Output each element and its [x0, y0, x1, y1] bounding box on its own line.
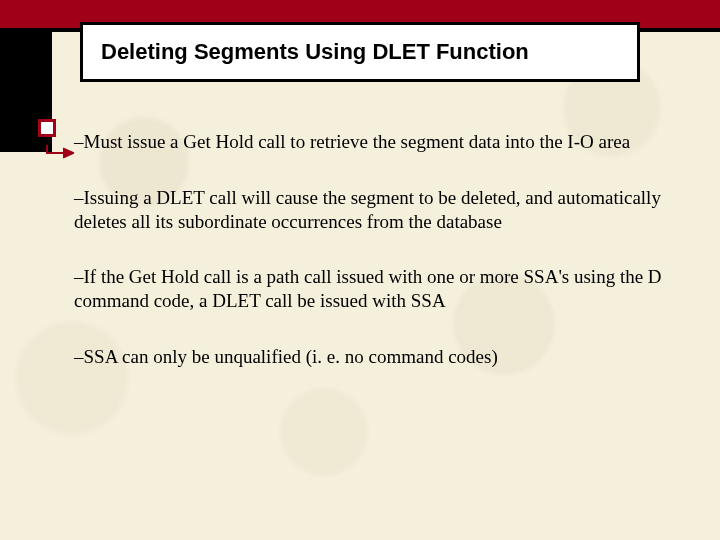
- title-box: Deleting Segments Using DLET Function: [80, 22, 640, 82]
- bullet-square-icon: [38, 119, 56, 137]
- bullet-item: –Issuing a DLET call will cause the segm…: [74, 186, 680, 234]
- bullet-item: –SSA can only be unqualified (i. e. no c…: [74, 345, 680, 369]
- bullet-item: –Must issue a Get Hold call to retrieve …: [74, 130, 680, 154]
- slide-title: Deleting Segments Using DLET Function: [101, 39, 619, 65]
- content-area: –Must issue a Get Hold call to retrieve …: [74, 130, 680, 401]
- bullet-item: –If the Get Hold call is a path call iss…: [74, 265, 680, 313]
- arrow-right-icon: [46, 144, 74, 160]
